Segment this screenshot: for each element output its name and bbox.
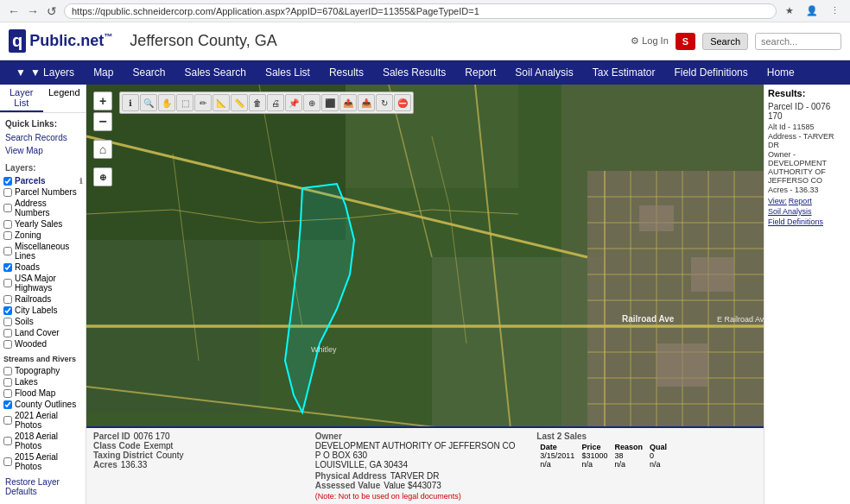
star-icon[interactable]: ★ [782,3,797,18]
layer-county-outlines[interactable]: County Outlines [0,399,86,410]
layer-info-icon[interactable]: ℹ [79,177,82,186]
tab-legend[interactable]: Legend [43,85,86,112]
search-button[interactable]: Search [702,33,748,50]
tool-measure-area[interactable]: 📐 [212,94,230,111]
layer-major-highways[interactable]: USA Major Highways [0,273,86,293]
layer-misc-lines-checkbox[interactable] [3,247,12,255]
zoom-out-button[interactable]: − [93,112,112,131]
tool-select-box[interactable]: ⬛ [321,94,339,111]
layer-2018-aerial-checkbox[interactable] [3,437,12,445]
tool-refresh[interactable]: ↻ [376,94,393,111]
nav-search[interactable]: Search [124,63,174,82]
layer-major-highways-checkbox[interactable] [3,279,12,287]
zoom-in-button[interactable]: + [93,91,112,110]
login-button[interactable]: ⚙ Log In [631,35,669,47]
layer-topography[interactable]: Topography [0,365,86,376]
tool-measure-line[interactable]: 📏 [231,94,248,111]
layer-city-labels-checkbox[interactable] [3,306,12,315]
sale1-date: 3/15/2011 [536,451,578,460]
layer-soils[interactable]: Soils [0,316,86,327]
layer-parcel-numbers-checkbox[interactable] [3,188,12,197]
sales-header-price: Price [578,443,611,451]
layer-flood-map-checkbox[interactable] [3,389,12,398]
layer-topography-checkbox[interactable] [3,367,12,375]
layer-2015-aerial[interactable]: 2015 Aerial Photos [0,451,86,472]
layer-parcel-numbers[interactable]: Parcel Numbers [0,186,86,198]
layer-zoning-checkbox[interactable] [3,231,12,240]
back-button[interactable]: ← [7,4,21,18]
tool-export[interactable]: 📤 [339,94,357,111]
menu-icon[interactable]: ⋮ [827,3,843,18]
map-controls: + − ⌂ ⊕ [93,91,112,186]
results-alt-id: Alt Id - 11585 [768,123,847,131]
layer-county-outlines-checkbox[interactable] [3,400,12,409]
layer-2018-aerial[interactable]: 2018 Aerial Photos [0,431,86,451]
nav-sales-list[interactable]: Sales List [257,63,319,82]
search-records-link[interactable]: Search Records [0,131,86,144]
layer-address-numbers-checkbox[interactable] [3,204,12,212]
parcel-id-label: Parcel ID [93,432,130,441]
nav-tax-estimator[interactable]: Tax Estimator [584,63,664,82]
layer-land-cover[interactable]: Land Cover [0,327,86,338]
nav-report[interactable]: Report [456,63,504,82]
url-bar[interactable]: https://qpublic.schneidercorp.com/Applic… [64,3,777,19]
layer-2015-aerial-checkbox[interactable] [3,457,12,466]
nav-home[interactable]: Home [758,63,803,82]
layer-city-labels-label: City Labels [15,306,57,315]
schneidercorp-button[interactable]: S [676,33,695,50]
layer-parcels-checkbox[interactable] [3,177,12,186]
nav-layers[interactable]: ▼ ▼ Layers [7,63,83,82]
layer-lakes-checkbox[interactable] [3,378,12,387]
layer-city-labels[interactable]: City Labels [0,305,86,316]
nav-map[interactable]: Map [85,63,122,82]
layer-lakes[interactable]: Lakes [0,376,86,387]
layer-yearly-sales[interactable]: Yearly Sales [0,218,86,230]
tool-select[interactable]: ⬚ [176,94,193,111]
layer-yearly-sales-checkbox[interactable] [3,220,12,229]
tool-zoom[interactable]: 🔍 [140,94,157,111]
nav-results[interactable]: Results [320,63,372,82]
tool-clear[interactable]: 🗑 [249,94,266,111]
bottom-bar-grid: Parcel ID 0076 170 Class Code Exempt Tax… [93,432,757,501]
tool-stop[interactable]: ⛔ [394,94,411,111]
tool-draw[interactable]: ✏ [194,94,212,111]
layer-zoning[interactable]: Zoning [0,230,86,241]
layer-roads[interactable]: Roads [0,261,86,273]
tool-print[interactable]: 🖨 [267,94,284,111]
results-soil-link[interactable]: Soil Analysis [768,207,812,216]
results-report-link[interactable]: Report [789,197,812,205]
layer-wooded-checkbox[interactable] [3,340,12,349]
layer-flood-map[interactable]: Flood Map [0,387,86,399]
layer-2021-aerial[interactable]: 2021 Aerial Photos [0,410,86,431]
layer-parcels[interactable]: Parcels ℹ [0,175,86,186]
layer-soils-checkbox[interactable] [3,318,12,326]
search-input[interactable] [755,33,841,50]
tab-layer-list[interactable]: Layer List [0,85,43,112]
location-button[interactable]: ⊕ [93,167,112,186]
layer-misc-lines[interactable]: Miscellaneous Lines [0,241,86,261]
nav-sales-search[interactable]: Sales Search [176,63,255,82]
tool-pin[interactable]: 📌 [285,94,302,111]
nav-sales-results[interactable]: Sales Results [374,63,454,82]
tool-import[interactable]: 📥 [358,94,375,111]
nav-soil-analysis[interactable]: Soil Analysis [506,63,581,82]
forward-button[interactable]: → [26,4,40,18]
layer-railroads[interactable]: Railroads [0,293,86,305]
refresh-button[interactable]: ↺ [45,4,59,18]
layer-2021-aerial-checkbox[interactable] [3,416,12,425]
results-field-def-link[interactable]: Field Definitions [768,217,823,226]
view-map-link[interactable]: View Map [0,144,86,157]
restore-defaults-link[interactable]: Restore Layer Defaults [0,476,86,498]
nav-field-definitions[interactable]: Field Definitions [665,63,756,82]
layer-roads-checkbox[interactable] [3,263,12,272]
layer-wooded[interactable]: Wooded [0,338,86,350]
tool-pan[interactable]: ✋ [158,94,175,111]
layer-railroads-checkbox[interactable] [3,295,12,304]
home-button[interactable]: ⌂ [93,140,112,159]
layer-address-numbers[interactable]: Address Numbers [0,198,86,218]
tool-add[interactable]: ⊕ [303,94,320,111]
profile-icon[interactable]: 👤 [802,3,821,18]
tool-info[interactable]: ℹ [122,94,139,111]
layer-land-cover-checkbox[interactable] [3,329,12,337]
view-label: View: [768,197,787,205]
